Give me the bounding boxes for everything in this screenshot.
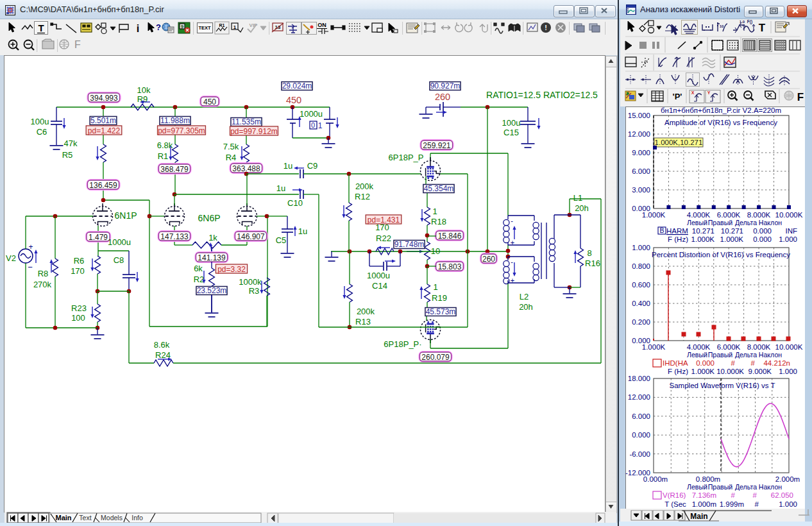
svg-text:pd=1.431: pd=1.431 [368, 216, 400, 225]
svg-text:Sampled Waveform V(R16) vs T: Sampled Waveform V(R16) vs T [670, 382, 775, 389]
svg-text:0.000: 0.000 [753, 235, 772, 243]
svg-text:363.488: 363.488 [232, 164, 260, 173]
svg-text:6.000: 6.000 [632, 167, 650, 175]
svg-text:6N6P: 6N6P [198, 213, 220, 223]
svg-text:45.573m: 45.573m [426, 307, 456, 316]
svg-text:259.921: 259.921 [423, 141, 451, 150]
svg-text:бн1п+бнбп+бп18п_P.cir V2.A=220: бн1п+бнбп+бп18п_P.cir V2.A=220m [661, 106, 781, 114]
svg-text:270k: 270k [33, 280, 52, 289]
svg-text:0.600: 0.600 [632, 281, 650, 289]
svg-text:260: 260 [435, 92, 450, 102]
svg-text:R5: R5 [62, 150, 73, 160]
svg-text:11.535m: 11.535m [232, 117, 261, 126]
svg-text:HARM: HARM [666, 227, 688, 235]
svg-text:10.271: 10.271 [692, 227, 715, 235]
svg-text:6.000K: 6.000K [717, 343, 741, 351]
svg-text:1u: 1u [283, 161, 292, 171]
svg-text:-: - [511, 258, 513, 266]
svg-text:91.748m: 91.748m [394, 240, 425, 249]
svg-text:R19: R19 [432, 293, 447, 303]
svg-text:141.139: 141.139 [198, 253, 226, 262]
svg-text:F (Hz): F (Hz) [668, 235, 688, 243]
svg-text:6.000K: 6.000K [717, 211, 741, 219]
svg-text:260.079: 260.079 [421, 353, 450, 362]
svg-text:Percent Distortion of V(R16) v: Percent Distortion of V(R16) vs Frequenc… [652, 251, 790, 259]
svg-text:Правый: Правый [708, 483, 733, 491]
svg-text:15.000: 15.000 [628, 112, 650, 119]
svg-text:Правый: Правый [708, 351, 733, 359]
svg-text:4.000K: 4.000K [687, 343, 711, 351]
svg-text:R18: R18 [431, 217, 446, 226]
svg-text:V(R16): V(R16) [663, 491, 686, 499]
svg-text:44.212n: 44.212n [763, 359, 790, 367]
svg-text:3.000: 3.000 [632, 186, 650, 194]
svg-text:368.479: 368.479 [160, 165, 189, 174]
svg-text:0.000: 0.000 [632, 431, 650, 439]
svg-text:Наклон: Наклон [759, 351, 782, 359]
svg-text:+: + [28, 242, 33, 251]
svg-text:146.907: 146.907 [237, 232, 265, 241]
svg-text:#: # [731, 359, 736, 367]
svg-text:1.000K,10.271: 1.000K,10.271 [655, 139, 703, 146]
svg-text:0: 0 [311, 121, 315, 129]
svg-text:#: # [731, 491, 736, 499]
svg-text:pd=977.305m: pd=977.305m [158, 126, 205, 135]
svg-text:62.050: 62.050 [771, 491, 793, 499]
svg-text:9.000K: 9.000K [749, 368, 772, 375]
svg-text:1: 1 [433, 282, 437, 292]
svg-text:6P18P_P: 6P18P_P [389, 153, 424, 162]
svg-text:1.000: 1.000 [779, 235, 797, 243]
svg-text:10.000K: 10.000K [716, 368, 744, 375]
svg-text:pd=997.912m: pd=997.912m [230, 127, 278, 136]
svg-text:2.000m: 2.000m [775, 475, 800, 483]
svg-text:C9: C9 [307, 161, 318, 171]
svg-text:0.000: 0.000 [696, 359, 715, 367]
svg-text:#: # [753, 491, 757, 499]
svg-text:C15: C15 [503, 128, 519, 137]
svg-text:1000k: 1000k [239, 277, 262, 287]
svg-text:R13: R13 [355, 317, 371, 327]
svg-text:10.271: 10.271 [721, 227, 743, 235]
svg-text:20h: 20h [575, 203, 589, 213]
svg-text:Amplitude of V(R16) vs Frequen: Amplitude of V(R16) vs Frequency [664, 119, 777, 126]
svg-text:+: + [511, 239, 514, 246]
svg-text:Дельта: Дельта [735, 351, 757, 359]
svg-text:10.000K: 10.000K [775, 211, 803, 219]
svg-text:6P18P_P·: 6P18P_P· [384, 339, 421, 349]
svg-text:Левый: Левый [687, 483, 707, 491]
svg-text:47k: 47k [64, 139, 78, 148]
svg-text:RATIO1=12.5 RATIO2=12.5: RATIO1=12.5 RATIO2=12.5 [486, 90, 598, 100]
svg-text:9.000: 9.000 [632, 149, 650, 157]
svg-text:1.479: 1.479 [89, 233, 108, 242]
svg-text:450: 450 [286, 95, 301, 105]
svg-text:12.000: 12.000 [628, 393, 650, 401]
svg-text:pd=1.422: pd=1.422 [88, 126, 121, 135]
svg-text:1u: 1u [298, 226, 307, 236]
svg-text:R6: R6 [74, 256, 85, 266]
svg-text:8.000K: 8.000K [747, 211, 771, 219]
svg-text:1k: 1k [208, 233, 217, 242]
svg-text:V2: V2 [6, 253, 16, 263]
svg-text:1.000: 1.000 [779, 368, 797, 375]
svg-text:IHD(HA: IHD(HA [663, 359, 688, 367]
svg-text:450: 450 [203, 98, 216, 106]
svg-text:L1: L1 [573, 193, 582, 203]
svg-text:F (Hz): F (Hz) [668, 368, 688, 375]
svg-text:Дельта: Дельта [735, 219, 757, 226]
svg-text:pd=3.32: pd=3.32 [217, 265, 246, 274]
svg-text:1: 1 [318, 121, 323, 130]
svg-text:8.000K: 8.000K [747, 343, 771, 351]
svg-text:1u: 1u [276, 183, 285, 193]
svg-text:Main: Main [690, 512, 707, 521]
svg-text:6k: 6k [194, 264, 203, 273]
svg-text:200k: 200k [355, 182, 374, 191]
svg-text:R12: R12 [355, 192, 370, 201]
svg-text:C5: C5 [276, 235, 287, 245]
svg-text:0.400: 0.400 [632, 300, 650, 307]
svg-text:C6: C6 [37, 127, 47, 137]
svg-text:Левый: Левый [687, 219, 707, 226]
svg-text:20h: 20h [519, 302, 533, 312]
svg-text:15.846: 15.846 [438, 232, 462, 241]
svg-text:Левый: Левый [687, 351, 707, 359]
svg-text:5.501m: 5.501m [90, 116, 116, 125]
